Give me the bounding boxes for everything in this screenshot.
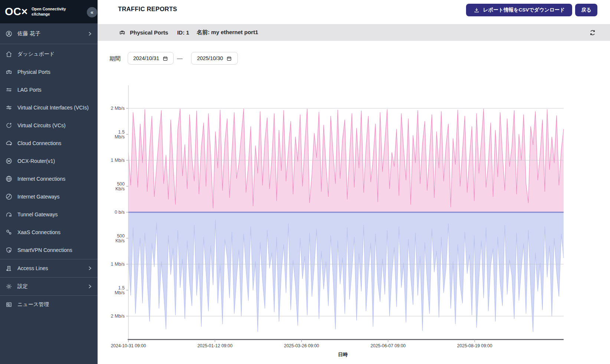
sidebar-item-internet-connections[interactable]: Internet Connections	[0, 170, 98, 188]
date-from-value: 2024/10/31	[133, 55, 159, 61]
router-icon	[5, 157, 13, 165]
sidebar: OC× Open Connectivity eXchange « 佐藤 花子 ダ…	[0, 0, 98, 364]
globe-gateway-icon	[5, 193, 13, 200]
date-to-value: 2025/10/30	[197, 55, 223, 61]
sidebar-item-label: ニュース管理	[17, 301, 49, 308]
sidebar-item-internet-gateways[interactable]: Internet Gateways	[0, 188, 98, 206]
sidebar-item-label: OCX-Router(v1)	[17, 158, 55, 164]
download-icon	[473, 7, 480, 13]
sidebar-item-settings[interactable]: 設定	[0, 278, 98, 295]
sidebar-item-lag-ports[interactable]: LAG Ports	[0, 81, 98, 99]
home-icon	[5, 50, 13, 58]
calendar-icon	[226, 56, 232, 61]
sidebar-item-label: Virtual Circuit Interfaces (VCIs)	[17, 105, 89, 111]
download-csv-label: レポート情報をCSVでダウンロード	[483, 7, 565, 13]
port-icon	[5, 68, 13, 76]
svg-text:500Kb/s: 500Kb/s	[115, 181, 125, 191]
traffic-chart-svg: 2 Mb/s1.5Mb/s1 Mb/s500Kb/s0 b/s500Kb/s1 …	[98, 78, 610, 364]
sidebar-item-tunnel-gateways[interactable]: Tunnel Gateways	[0, 206, 98, 223]
sidebar-item-xaas-connections[interactable]: XaaS Connections	[0, 223, 98, 241]
back-button[interactable]: 戻る	[575, 4, 597, 16]
user-name: 佐藤 花子	[17, 30, 40, 37]
logo-subtitle-line1: Open Connectivity	[32, 7, 66, 11]
sidebar-user-menu[interactable]: 佐藤 花子	[0, 23, 98, 44]
lag-icon	[5, 86, 13, 94]
svg-text:2 Mb/s: 2 Mb/s	[111, 314, 125, 319]
cloud-icon	[5, 140, 13, 147]
user-icon	[5, 30, 13, 37]
svg-text:500Kb/s: 500Kb/s	[115, 233, 125, 243]
sidebar-nav: ダッシュボード Physical Ports LAG Ports Virtual…	[0, 45, 98, 314]
period-label: 期間	[109, 55, 121, 62]
sidebar-item-smartvpn-connections[interactable]: SmartVPN Connections	[0, 241, 98, 259]
back-label: 戻る	[581, 7, 591, 13]
sidebar-item-label: Access Lines	[17, 265, 48, 271]
sidebar-item-physical-ports[interactable]: Physical Ports	[0, 63, 98, 81]
sidebar-item-label: Physical Ports	[17, 69, 50, 75]
traffic-chart: 2 Mb/s1.5Mb/s1 Mb/s500Kb/s0 b/s500Kb/s1 …	[98, 78, 610, 364]
svg-text:2025-03-26 09:00: 2025-03-26 09:00	[284, 343, 319, 348]
svg-text:2025-01-12 09:00: 2025-01-12 09:00	[197, 343, 233, 348]
sidebar-item-label: Internet Gateways	[17, 194, 60, 200]
shield-icon	[5, 246, 13, 254]
sidebar-item-label: Cloud Connections	[17, 140, 61, 146]
port-icon	[119, 29, 126, 36]
building-icon	[5, 265, 13, 272]
svg-text:2024-10-31 09:00: 2024-10-31 09:00	[111, 343, 146, 348]
tunnel-icon	[5, 211, 13, 218]
sidebar-item-label: SmartVPN Connections	[17, 247, 72, 253]
port-name-label: 名前: my ethernet port1	[197, 29, 258, 36]
sidebar-item-cloud-connections[interactable]: Cloud Connections	[0, 134, 98, 152]
sidebar-collapse-button[interactable]: «	[87, 7, 97, 17]
sidebar-item-label: XaaS Connections	[17, 229, 60, 235]
sidebar-item-vcis[interactable]: Virtual Circuit Interfaces (VCIs)	[0, 99, 98, 117]
calendar-icon	[163, 56, 168, 61]
chevron-right-icon	[87, 266, 92, 271]
globe-icon	[5, 175, 13, 183]
arc-icon	[5, 122, 13, 129]
chevron-right-icon	[87, 284, 92, 289]
logo-subtitle-line2: eXchange	[32, 12, 50, 16]
svg-text:日時: 日時	[338, 352, 348, 357]
sidebar-item-label: Virtual Circuits (VCs)	[17, 122, 66, 128]
svg-text:1.5Mb/s: 1.5Mb/s	[115, 285, 125, 295]
date-range-separator: —	[177, 55, 183, 61]
sidebar-item-dashboard[interactable]: ダッシュボード	[0, 45, 98, 63]
sidebar-item-news-management[interactable]: ニュース管理	[0, 296, 98, 314]
sidebar-item-label: Tunnel Gateways	[17, 211, 58, 217]
gear-icon	[5, 283, 13, 290]
ocx-logo: OC×	[5, 6, 28, 17]
page-title: TRAFFIC REPORTS	[118, 6, 177, 13]
sidebar-item-vcs[interactable]: Virtual Circuits (VCs)	[0, 117, 98, 134]
sidebar-item-label: 設定	[17, 283, 28, 290]
date-to-input[interactable]: 2025/10/30	[191, 52, 238, 65]
news-icon	[5, 301, 13, 308]
refresh-icon[interactable]	[589, 29, 596, 36]
svg-text:1 Mb/s: 1 Mb/s	[111, 262, 125, 267]
svg-text:0 b/s: 0 b/s	[115, 210, 125, 215]
sidebar-item-label: ダッシュボード	[17, 51, 55, 58]
date-from-input[interactable]: 2024/10/31	[128, 52, 174, 65]
sidebar-item-label: LAG Ports	[17, 87, 42, 93]
svg-text:2 Mb/s: 2 Mb/s	[111, 106, 125, 111]
collapse-icon: «	[91, 9, 94, 15]
sliders-icon	[5, 104, 13, 111]
svg-text:1 Mb/s: 1 Mb/s	[111, 158, 125, 163]
download-csv-button[interactable]: レポート情報をCSVでダウンロード	[466, 4, 572, 16]
sidebar-item-ocx-router[interactable]: OCX-Router(v1)	[0, 152, 98, 170]
svg-text:1.5Mb/s: 1.5Mb/s	[115, 129, 125, 140]
xaas-icon	[5, 229, 13, 236]
chevron-right-icon	[87, 31, 92, 36]
sidebar-item-access-lines[interactable]: Access Lines	[0, 259, 98, 277]
port-type-label: Physical Ports	[130, 29, 168, 36]
sidebar-item-label: Internet Connections	[17, 176, 65, 182]
svg-text:2025-06-07 09:00: 2025-06-07 09:00	[371, 343, 406, 348]
svg-text:2025-08-19 09:00: 2025-08-19 09:00	[457, 343, 492, 348]
traffic-reports-page: OC× Open Connectivity eXchange « 佐藤 花子 ダ…	[0, 0, 610, 364]
port-id-label: ID: 1	[177, 29, 189, 36]
logo-band: OC× Open Connectivity eXchange	[0, 0, 98, 23]
port-info-bar: Physical Ports ID: 1 名前: my ethernet por…	[98, 24, 610, 41]
